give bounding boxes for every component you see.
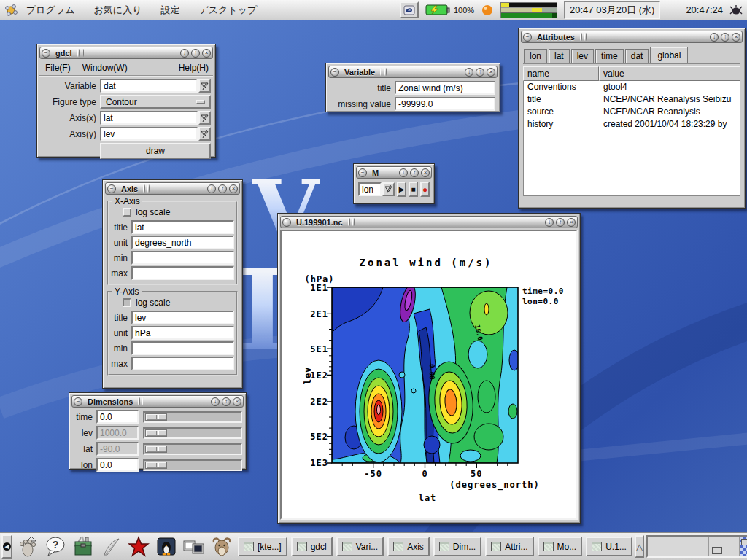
tray-orange-ball-icon[interactable] — [481, 4, 494, 17]
maximize-button[interactable]: ↑ — [476, 68, 484, 77]
terminal-launcher[interactable] — [153, 534, 179, 559]
maximize-button[interactable]: ↑ — [556, 218, 565, 227]
titlebar[interactable]: − Dimensions ↓ ↑ × — [71, 395, 244, 408]
close-button[interactable]: × — [233, 397, 241, 406]
titlebar[interactable]: − gdcl ↓ ↑ × — [39, 47, 213, 59]
pager-desktop-2[interactable] — [678, 537, 709, 556]
variable-field[interactable]: dat — [100, 79, 198, 93]
taskbar-item-variable[interactable]: Vari... — [336, 537, 384, 556]
x-log-scale-checkbox[interactable] — [123, 208, 131, 217]
tab-dat[interactable]: dat — [625, 49, 649, 63]
tab-time[interactable]: time — [595, 49, 624, 63]
time-slider[interactable] — [143, 411, 242, 423]
axis-x-field[interactable]: lat — [100, 111, 198, 125]
close-button[interactable]: × — [202, 49, 211, 58]
tab-global[interactable]: global — [650, 47, 688, 63]
tray-app-button[interactable] — [400, 1, 419, 18]
titlebar[interactable]: − Attributes ↓ ↑ × — [521, 31, 743, 43]
x-title-field[interactable]: lat — [131, 220, 234, 234]
help-launcher[interactable]: ? — [42, 534, 68, 559]
system-monitor-applet[interactable] — [500, 2, 557, 18]
axis-y-field[interactable]: lev — [100, 127, 198, 141]
pager-shade-button[interactable]: △ — [635, 535, 644, 558]
lev-slider[interactable] — [143, 427, 242, 439]
tab-lon[interactable]: lon — [524, 49, 547, 63]
figure-type-optionmenu[interactable]: Contour — [100, 95, 211, 109]
table-row[interactable]: source NCEP/NCAR Reanalysis — [524, 106, 740, 118]
minimize-button[interactable]: ↓ — [207, 184, 216, 193]
clock-applet[interactable]: 20:47 03月20日 (水) — [564, 1, 660, 19]
window-menu-button[interactable]: − — [523, 33, 532, 42]
panel-hide-left-button[interactable]: ◀ — [1, 534, 12, 559]
dimension-dropdown-button[interactable] — [382, 182, 395, 196]
slider-handle[interactable] — [145, 446, 167, 453]
menu-file[interactable]: File(F) — [45, 63, 71, 73]
minimize-button[interactable]: ↓ — [180, 49, 189, 58]
play-button[interactable]: ▶ — [397, 182, 406, 197]
titlebar[interactable]: − Axis ↓ ↑ × — [105, 182, 240, 195]
y-max-field[interactable] — [131, 357, 234, 370]
maximize-button[interactable]: ↑ — [222, 397, 231, 406]
axis-y-dropdown-button[interactable] — [198, 127, 211, 141]
close-button[interactable]: × — [487, 68, 495, 77]
gnome-menu-launcher[interactable] — [15, 534, 40, 559]
close-button[interactable]: × — [421, 168, 430, 177]
table-row[interactable]: Conventions gtool4 — [524, 81, 740, 93]
maximize-button[interactable]: ↑ — [410, 168, 419, 177]
plot-canvas[interactable]: 0.00 16.0 Zonal wind (m/s) (hPa) time=0.… — [280, 230, 578, 520]
column-header-name[interactable]: name — [523, 66, 599, 81]
title-field[interactable]: Zonal wind (m/s) — [395, 81, 495, 95]
minimize-button[interactable]: ↓ — [710, 33, 719, 42]
star-launcher[interactable] — [125, 534, 151, 559]
menu-settings[interactable]: 設定 — [160, 4, 179, 17]
column-header-value[interactable]: value — [599, 66, 740, 81]
table-row[interactable]: history created 2001/10/04 18:23:29 by — [524, 118, 740, 131]
window-menu-button[interactable]: − — [74, 397, 82, 406]
y-unit-field[interactable]: hPa — [131, 326, 234, 340]
slider-handle[interactable] — [145, 462, 167, 469]
missing-value-field[interactable]: -99999.0 — [395, 97, 495, 111]
titlebar[interactable]: − M ↓ ↑ × — [356, 166, 432, 179]
window-menu-button[interactable]: − — [282, 218, 291, 227]
x-unit-field[interactable]: degrees_north — [131, 236, 234, 249]
window-menu-button[interactable]: − — [358, 168, 367, 177]
display-settings-launcher[interactable] — [181, 534, 206, 559]
y-log-scale-checkbox[interactable] — [123, 298, 131, 307]
stop-button[interactable]: ■ — [409, 182, 418, 197]
window-menu-button[interactable]: − — [42, 49, 50, 58]
main-menu-icon[interactable] — [4, 4, 18, 17]
taskbar-item-u199901[interactable]: U.1... — [586, 537, 632, 556]
taskbar-item-mo[interactable]: Mo... — [538, 537, 583, 556]
tab-lev[interactable]: lev — [571, 49, 594, 63]
record-button[interactable]: ● — [420, 182, 430, 197]
gnu-launcher[interactable] — [209, 534, 234, 559]
y-title-field[interactable]: lev — [131, 311, 234, 324]
maximize-button[interactable]: ↑ — [191, 49, 200, 58]
titlebar[interactable]: − Variable ↓ ↑ × — [328, 66, 498, 78]
tray-bug-icon[interactable] — [729, 4, 743, 16]
window-menu-button[interactable]: − — [330, 68, 339, 77]
pager-desktop-3[interactable] — [709, 537, 740, 556]
y-min-field[interactable] — [131, 341, 234, 355]
minimize-button[interactable]: ↓ — [465, 68, 473, 77]
toolbox-launcher[interactable] — [70, 534, 96, 559]
minimize-button[interactable]: ↓ — [211, 397, 220, 406]
variable-dropdown-button[interactable] — [198, 79, 211, 93]
pager-desktop-4-active[interactable] — [740, 537, 747, 556]
window-menu-button[interactable]: − — [107, 184, 116, 193]
table-row[interactable]: title NCEP/NCAR Reanalysis Seibizu — [524, 93, 740, 106]
minimize-button[interactable]: ↓ — [399, 168, 408, 177]
close-button[interactable]: × — [229, 184, 238, 193]
dimension-select-field[interactable]: lon — [358, 182, 382, 196]
lon-slider[interactable] — [143, 459, 242, 471]
slider-handle[interactable] — [145, 413, 167, 421]
time-field[interactable]: 0.0 — [96, 410, 139, 424]
pager-desktop-1[interactable] — [648, 537, 678, 556]
slider-handle[interactable] — [145, 429, 167, 437]
taskbar-item-attributes[interactable]: Attri... — [485, 537, 533, 556]
battery-applet[interactable]: 100% — [425, 4, 474, 16]
menu-favorites[interactable]: お気に入り — [94, 4, 142, 17]
maximize-button[interactable]: ↑ — [721, 33, 729, 42]
menu-programs[interactable]: プログラム — [26, 4, 75, 17]
minimize-button[interactable]: ↓ — [545, 218, 554, 227]
